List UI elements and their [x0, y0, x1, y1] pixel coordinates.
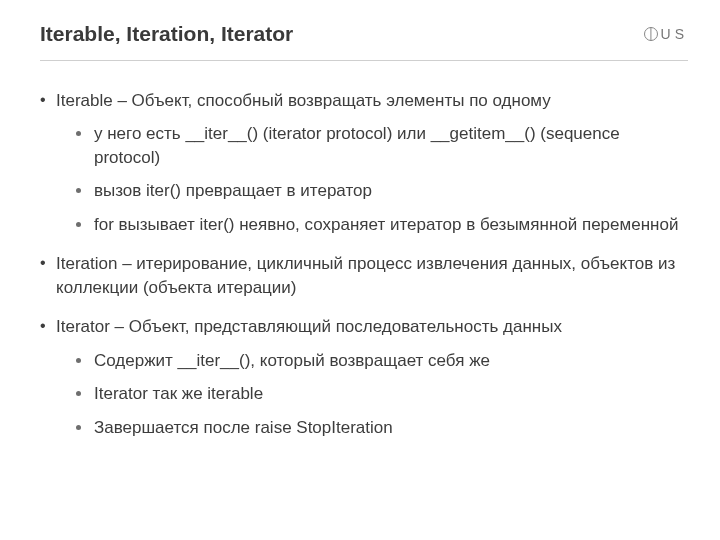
bullet-text: Iterator – Объект, представляющий послед… [56, 317, 562, 336]
list-item: Iterable – Объект, способный возвращать … [40, 89, 688, 236]
bullet-text: Iterator так же iterable [94, 384, 263, 403]
bullet-text: вызов iter() превращает в итератор [94, 181, 372, 200]
bullet-text: for вызывает iter() неявно, сохраняет ит… [94, 215, 678, 234]
list-item: Содержит __iter__(), который возвращает … [76, 349, 688, 372]
bullet-text: Содержит __iter__(), который возвращает … [94, 351, 490, 370]
list-item: Iteration – итерирование, цикличный проц… [40, 252, 688, 299]
logo: US [644, 26, 688, 42]
bullet-text: Iterable – Объект, способный возвращать … [56, 91, 551, 110]
list-item: Завершается после raise StopIteration [76, 416, 688, 439]
logo-circle-icon [644, 27, 658, 41]
list-item: Iterator так же iterable [76, 382, 688, 405]
sub-list: Содержит __iter__(), который возвращает … [56, 349, 688, 439]
slide-title: Iterable, Iteration, Iterator [40, 22, 293, 46]
bullet-text: Iteration – итерирование, цикличный проц… [56, 254, 675, 296]
list-item: Iterator – Объект, представляющий послед… [40, 315, 688, 439]
bullet-text: у него есть __iter__() (iterator protoco… [94, 124, 620, 166]
list-item: вызов iter() превращает в итератор [76, 179, 688, 202]
slide-content: Iterable – Объект, способный возвращать … [40, 61, 688, 439]
bullet-list: Iterable – Объект, способный возвращать … [40, 89, 688, 439]
logo-text: US [661, 26, 688, 42]
list-item: for вызывает iter() неявно, сохраняет ит… [76, 213, 688, 236]
slide: Iterable, Iteration, Iterator US Iterabl… [0, 0, 720, 540]
slide-header: Iterable, Iteration, Iterator US [40, 22, 688, 61]
list-item: у него есть __iter__() (iterator protoco… [76, 122, 688, 169]
bullet-text: Завершается после raise StopIteration [94, 418, 393, 437]
sub-list: у него есть __iter__() (iterator protoco… [56, 122, 688, 236]
